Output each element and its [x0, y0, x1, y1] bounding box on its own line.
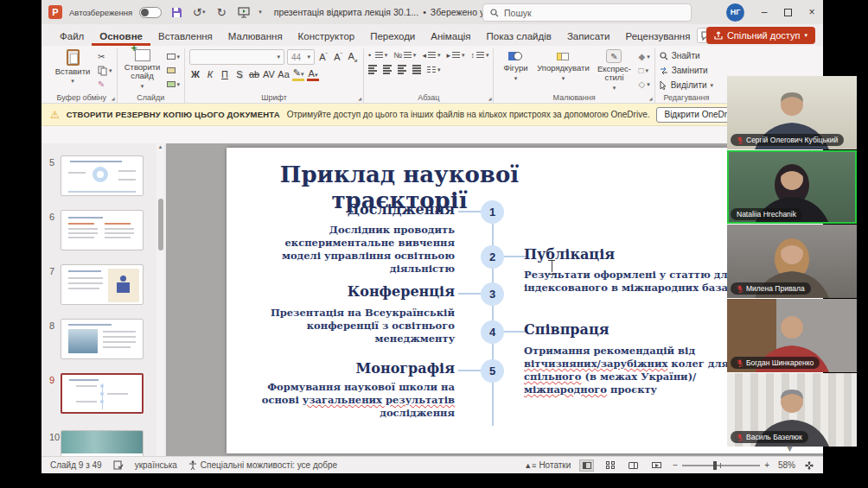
- shape-outline-button[interactable]: □▾: [638, 65, 649, 76]
- arrange-button[interactable]: Упорядкувати▾: [536, 49, 590, 82]
- close-button[interactable]: ×: [806, 6, 818, 18]
- bullet-list-button[interactable]: • ▾: [368, 49, 387, 60]
- participant-video-tile[interactable]: Василь Базелюк: [727, 373, 857, 447]
- slide-thumbnail-5[interactable]: [61, 155, 144, 196]
- participant-video-tile[interactable]: Богдан Шинкаренко: [727, 299, 857, 372]
- spellcheck-icon[interactable]: [113, 460, 124, 470]
- slide-thumbnail-7[interactable]: [61, 264, 144, 305]
- ribbon-tab[interactable]: Файл: [52, 28, 92, 46]
- format-painter-button[interactable]: ✎: [98, 79, 112, 90]
- align-right-button[interactable]: [398, 64, 406, 75]
- restore-button[interactable]: [784, 9, 792, 16]
- clipboard-dialog-launcher[interactable]: ◢: [112, 96, 115, 101]
- shape-effects-button[interactable]: ◇▾: [638, 79, 649, 90]
- participant-video-tile[interactable]: Сергій Олегович Кубіцький: [727, 76, 857, 149]
- numbered-list-button[interactable]: №▾: [393, 49, 416, 60]
- quick-access-overflow[interactable]: ▾: [258, 9, 262, 16]
- autosave-toggle[interactable]: [139, 7, 162, 18]
- ribbon-tab[interactable]: Рецензування: [617, 28, 698, 46]
- decrease-indent-button[interactable]: ◂▾: [422, 49, 440, 60]
- language-indicator[interactable]: українська: [135, 460, 177, 470]
- ribbon-tab[interactable]: Записати: [559, 28, 618, 46]
- slide-layout-button[interactable]: ▾: [167, 51, 181, 62]
- minimize-button[interactable]: –: [758, 6, 770, 18]
- paragraph-dialog-launcher[interactable]: ◢: [488, 96, 492, 101]
- group-clipboard: Вставити▾ ✂ ▾ ✎ Буфер обміну◢: [47, 48, 118, 103]
- share-icon: [714, 31, 723, 40]
- zoom-slider[interactable]: − +: [673, 460, 769, 470]
- ribbon-tab[interactable]: Вставлення: [150, 28, 220, 46]
- ribbon-tab[interactable]: Переходи: [362, 28, 423, 46]
- save-icon[interactable]: [169, 5, 184, 19]
- shrink-font-button[interactable]: Аˇ: [332, 52, 344, 62]
- participant-video-tile[interactable]: Nataliia Hrechanik: [727, 150, 857, 224]
- slide-thumbnail-8[interactable]: [61, 319, 144, 359]
- zoom-in-button[interactable]: +: [764, 460, 769, 470]
- reset-slide-button[interactable]: [167, 65, 181, 76]
- thumbnail-scrollbar[interactable]: ▲: [156, 143, 164, 456]
- line-spacing-button[interactable]: ↕▾: [470, 49, 488, 60]
- slide-thumbnail-6[interactable]: [61, 210, 144, 250]
- font-style-button[interactable]: ab: [248, 69, 260, 79]
- shape-fill-button[interactable]: ◆▾: [638, 51, 649, 62]
- redo-button[interactable]: ↻: [214, 5, 229, 19]
- slide-thumbnail-9[interactable]: [61, 373, 144, 414]
- scroll-up-arrow[interactable]: ▲: [156, 144, 164, 149]
- replace-button[interactable]: Замінити: [660, 64, 708, 77]
- account-avatar[interactable]: НГ: [726, 3, 744, 22]
- font-style-button[interactable]: П: [219, 69, 231, 79]
- slide-thumbnail-10[interactable]: [61, 430, 144, 456]
- zoom-slider-thumb[interactable]: [713, 461, 717, 470]
- clear-format-button[interactable]: Аø: [347, 51, 359, 63]
- thumbnail-number: 9: [49, 375, 54, 385]
- share-button[interactable]: Спільний доступ ▾: [706, 27, 815, 44]
- columns-button[interactable]: ▾: [427, 64, 441, 75]
- ribbon-tab[interactable]: Конструктор: [290, 28, 363, 46]
- font-size-combo[interactable]: 44▾: [287, 49, 315, 65]
- drawing-dialog-launcher[interactable]: ◢: [649, 96, 653, 101]
- notes-button[interactable]: ▲≡ Нотатки: [524, 460, 571, 470]
- grow-font-button[interactable]: Аˆ: [317, 52, 329, 62]
- font-style-button[interactable]: К: [204, 69, 216, 79]
- timeline-step-circle: 1: [481, 200, 504, 224]
- start-slideshow-icon[interactable]: [236, 5, 252, 19]
- font-style-button[interactable]: Aa: [278, 69, 290, 79]
- undo-button[interactable]: ↺▾: [191, 5, 207, 19]
- copy-button[interactable]: ▾: [98, 65, 112, 76]
- align-left-button[interactable]: [368, 64, 377, 75]
- scrollbar-thumb[interactable]: [158, 199, 163, 250]
- ribbon-tab[interactable]: Анімація: [423, 28, 478, 46]
- participant-video-tile[interactable]: Милена Привала: [727, 225, 857, 298]
- increase-indent-button[interactable]: ▸▾: [446, 49, 464, 60]
- find-button[interactable]: Знайти: [660, 49, 700, 62]
- accessibility-status[interactable]: Спеціальні можливості: усе добре: [188, 460, 337, 470]
- search-input[interactable]: Пошук: [482, 3, 692, 22]
- justify-button[interactable]: [412, 64, 421, 75]
- font-style-button[interactable]: Ж: [189, 69, 201, 79]
- quick-styles-button[interactable]: ✎ Експрес-стилі▾: [593, 49, 635, 92]
- more-participants-chevron[interactable]: ▼: [785, 443, 795, 453]
- cut-button[interactable]: ✂: [98, 51, 112, 62]
- font-name-combo[interactable]: ▾: [189, 49, 284, 65]
- slide-sorter-button[interactable]: [603, 459, 617, 472]
- ribbon-tab[interactable]: Основне: [92, 28, 150, 46]
- zoom-percentage[interactable]: 58%: [778, 460, 795, 470]
- align-center-button[interactable]: [383, 64, 392, 75]
- paste-button[interactable]: Вставити▾: [51, 49, 94, 85]
- ribbon-tab[interactable]: Малювання: [220, 28, 290, 46]
- shapes-button[interactable]: Фігури▾: [498, 49, 533, 82]
- highlight-pen-button[interactable]: ✎▾: [292, 67, 304, 81]
- zoom-out-button[interactable]: −: [673, 460, 678, 470]
- font-style-button[interactable]: S: [233, 69, 246, 79]
- font-style-button[interactable]: AV: [263, 69, 275, 79]
- reading-view-button[interactable]: [626, 459, 641, 472]
- fit-to-window-icon[interactable]: [804, 460, 814, 471]
- new-slide-button[interactable]: Створити слайд▾: [122, 49, 163, 90]
- font-color-button[interactable]: А▾: [307, 68, 319, 81]
- ribbon-tab[interactable]: Показ слайдів: [479, 28, 559, 46]
- slideshow-button[interactable]: [649, 459, 664, 472]
- normal-view-button[interactable]: [579, 459, 594, 472]
- sections-button[interactable]: ▾: [167, 79, 181, 90]
- font-dialog-launcher[interactable]: ◢: [358, 96, 361, 101]
- select-button[interactable]: Виділити▾: [660, 79, 713, 92]
